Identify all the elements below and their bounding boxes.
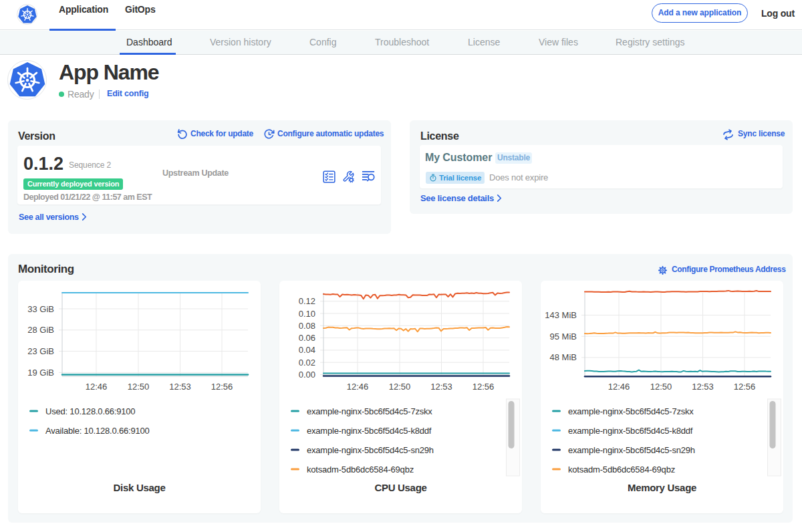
svg-text:48 MiB: 48 MiB [550,352,577,362]
svg-text:Used: 10.128.0.66:9100: Used: 10.128.0.66:9100 [45,406,135,416]
svg-text:0.10: 0.10 [299,309,315,319]
svg-text:example-nginx-5bc6f5d4c5-sn29h: example-nginx-5bc6f5d4c5-sn29h [568,445,695,455]
svg-text:28 GiB: 28 GiB [27,325,54,335]
svg-text:Memory Usage: Memory Usage [628,482,696,493]
svg-text:0.08: 0.08 [299,321,315,331]
svg-text:19 GiB: 19 GiB [27,368,54,378]
svg-text:example-nginx-5bc6f5d4c5-k8ddf: example-nginx-5bc6f5d4c5-k8ddf [568,426,693,436]
svg-text:12:50: 12:50 [389,382,411,392]
svg-text:33 GiB: 33 GiB [27,304,54,314]
svg-text:12:46: 12:46 [86,382,108,392]
svg-text:0.00: 0.00 [299,370,315,380]
svg-text:kotsadm-5db6dc6584-69qbz: kotsadm-5db6dc6584-69qbz [568,464,675,475]
svg-text:12:46: 12:46 [608,382,630,392]
svg-text:kotsadm-5db6dc6584-69qbz: kotsadm-5db6dc6584-69qbz [307,464,414,475]
svg-text:12:53: 12:53 [430,382,452,392]
svg-text:143 MiB: 143 MiB [545,310,577,320]
svg-text:CPU Usage: CPU Usage [374,482,426,493]
svg-text:12:53: 12:53 [169,382,191,392]
svg-text:12:56: 12:56 [473,382,495,392]
svg-text:95 MiB: 95 MiB [550,331,577,342]
svg-text:12:56: 12:56 [211,382,233,392]
svg-text:example-nginx-5bc6f5d4c5-k8ddf: example-nginx-5bc6f5d4c5-k8ddf [307,426,432,436]
svg-text:example-nginx-5bc6f5d4c5-sn29h: example-nginx-5bc6f5d4c5-sn29h [307,445,434,455]
svg-text:12:50: 12:50 [128,382,150,392]
svg-text:12:46: 12:46 [347,382,369,392]
svg-text:12:53: 12:53 [692,382,714,392]
svg-text:0.06: 0.06 [299,333,315,343]
svg-text:example-nginx-5bc6f5d4c5-7zskx: example-nginx-5bc6f5d4c5-7zskx [568,406,694,416]
svg-text:0.02: 0.02 [299,358,315,368]
svg-text:0.12: 0.12 [299,296,315,306]
svg-text:23 GiB: 23 GiB [27,346,54,356]
svg-text:0.04: 0.04 [299,345,315,355]
svg-text:12:56: 12:56 [734,382,756,392]
svg-text:Available: 10.128.0.66:9100: Available: 10.128.0.66:9100 [45,426,150,436]
svg-text:example-nginx-5bc6f5d4c5-7zskx: example-nginx-5bc6f5d4c5-7zskx [307,406,432,416]
svg-text:12:50: 12:50 [650,382,672,392]
svg-text:Disk Usage: Disk Usage [114,482,166,493]
